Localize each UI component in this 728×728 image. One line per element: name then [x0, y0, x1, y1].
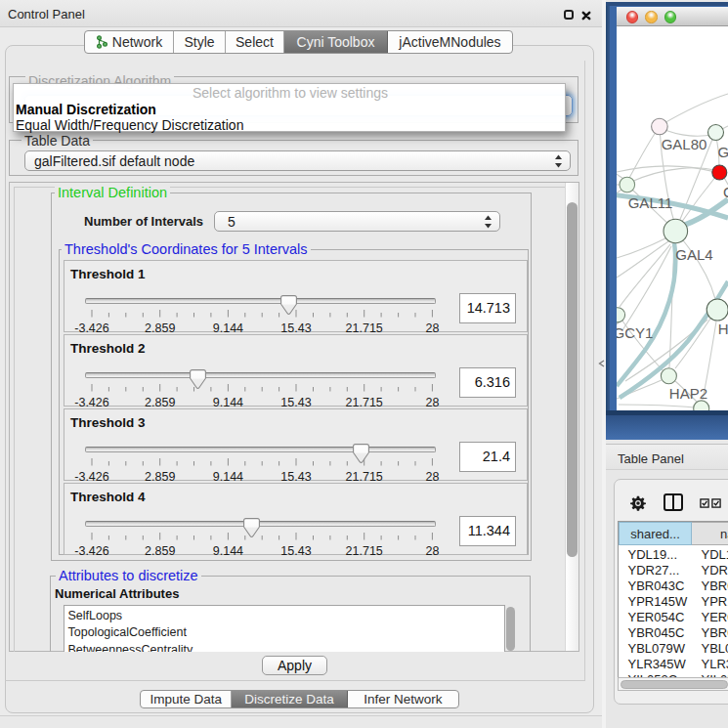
svg-text:GAL4: GAL4 [675, 246, 712, 263]
svg-text:GAL80: GAL80 [662, 136, 707, 152]
svg-text:CD: CD [723, 184, 728, 200]
svg-text:GAL11: GAL11 [628, 194, 673, 211]
svg-text:HA: HA [718, 321, 728, 337]
svg-text:GA: GA [718, 144, 728, 160]
svg-text:HAP2: HAP2 [669, 385, 707, 402]
svg-text:GCY1: GCY1 [617, 324, 653, 341]
